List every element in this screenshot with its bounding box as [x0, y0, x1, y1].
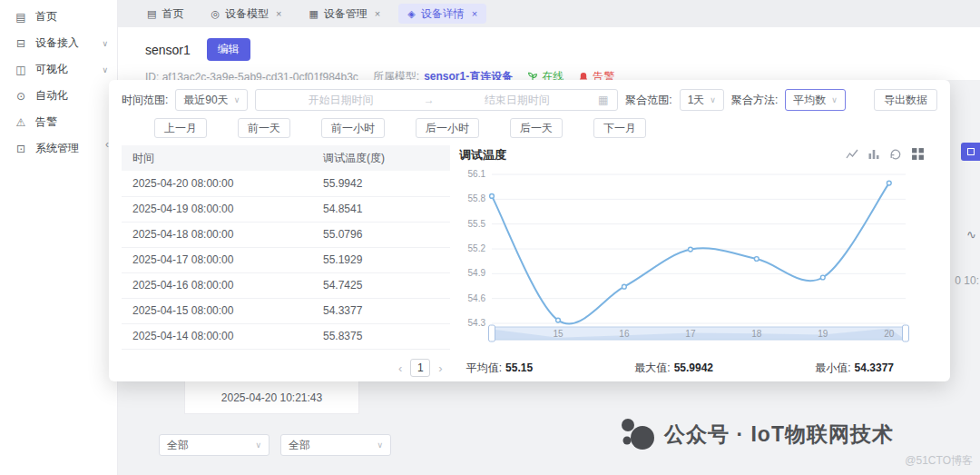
sidebar-item-label: 首页 — [35, 9, 57, 25]
more-options-icon[interactable] — [911, 147, 925, 161]
agg-range-select[interactable]: 1天 ∨ — [680, 89, 724, 111]
svg-text:54.3: 54.3 — [468, 318, 486, 328]
end-date-placeholder: 结束日期时间 — [442, 93, 593, 108]
close-icon[interactable]: × — [375, 8, 380, 19]
tab-device-detail[interactable]: ◈ 设备详情 × — [398, 4, 486, 24]
start-date-placeholder: 开始日期时间 — [265, 93, 416, 108]
svg-text:18: 18 — [751, 329, 762, 339]
svg-text:56.1: 56.1 — [468, 169, 486, 179]
table-row: 2025-04-19 08:00:0054.8541 — [122, 196, 450, 222]
alarm-icon: ⚠ — [15, 116, 27, 129]
watermark-credit: @51CTO博客 — [905, 453, 973, 469]
export-data-button[interactable]: 导出数据 — [874, 89, 937, 111]
next-month-button[interactable]: 下一月 — [593, 118, 646, 138]
background-timestamp-cell: 2025-04-20 10:21:43 — [184, 381, 359, 414]
tab-label: 设备详情 — [421, 6, 465, 22]
sidebar-item-visualization[interactable]: ◫ 可视化 ∨ — [0, 56, 117, 83]
device-name: sensor1 — [145, 43, 191, 57]
tab-device-model[interactable]: ◎ 设备模型 × — [201, 4, 290, 24]
agg-method-select[interactable]: 平均数 ∨ — [785, 89, 846, 111]
calendar-icon: ▦ — [598, 94, 608, 106]
chart-type-line-icon[interactable] — [846, 148, 858, 161]
table-row: 2025-04-15 08:00:0054.3377 — [122, 298, 450, 323]
time-range-select[interactable]: 最近90天 ∨ — [175, 89, 248, 111]
range-arrow-icon: → — [416, 94, 442, 106]
tab-label: 设备模型 — [225, 6, 269, 22]
chart-toolbar — [846, 147, 925, 161]
screen: ▤ 首页 ⊟ 设备接入 ∨ ◫ 可视化 ∨ ⊙ 自动化 ⚠ 告警 ⊡ 系统管理 … — [0, 0, 980, 475]
sidebar-item-label: 自动化 — [35, 88, 68, 104]
pagination: ‹ 1 › — [398, 359, 443, 377]
tab-home-icon: ▤ — [147, 8, 156, 20]
page-number[interactable]: 1 — [410, 359, 430, 377]
close-icon[interactable]: × — [472, 8, 477, 19]
tab-bar: ▤ 首页 ◎ 设备模型 × ▦ 设备管理 × ◈ 设备详情 × — [118, 0, 980, 27]
chevron-down-icon: ∨ — [831, 95, 838, 104]
svg-text:17: 17 — [685, 329, 696, 339]
prev-day-button[interactable]: 前一天 — [238, 118, 290, 138]
chevron-down-icon: ∨ — [377, 440, 383, 450]
temperature-chart[interactable]: 56.155.855.555.254.954.654.3151617181920 — [459, 167, 937, 353]
automation-icon: ⊙ — [15, 90, 27, 103]
watermark-logo-icon — [619, 416, 655, 452]
wave-icon: ∿ — [966, 228, 976, 242]
page-prev-icon[interactable]: ‹ — [398, 361, 402, 375]
tab-home[interactable]: ▤ 首页 — [138, 4, 192, 24]
col-temperature: 调试温度(度) — [312, 145, 450, 171]
filter-select-all-2[interactable]: 全部 ∨ — [280, 434, 391, 456]
sidebar-item-label: 可视化 — [35, 62, 68, 77]
restore-icon[interactable] — [889, 148, 902, 161]
home-icon: ▤ — [15, 11, 27, 24]
chevron-down-icon: ∨ — [102, 39, 108, 48]
filter-select-all-1[interactable]: 全部 ∨ — [159, 434, 270, 456]
sidebar: ▤ 首页 ⊟ 设备接入 ∨ ◫ 可视化 ∨ ⊙ 自动化 ⚠ 告警 ⊡ 系统管理 — [0, 0, 118, 475]
clipped-timestamp-fragment: 0 10: — [955, 274, 979, 287]
sidebar-item-device-access[interactable]: ⊟ 设备接入 ∨ — [0, 30, 117, 56]
chevron-down-icon: ∨ — [255, 440, 261, 450]
table-row: 2025-04-18 08:00:0055.0796 — [122, 222, 450, 247]
edit-button[interactable]: 编辑 — [207, 38, 250, 61]
watermark: 公众号 · IoT物联网技术 — [619, 416, 894, 452]
tab-manage-icon: ▦ — [309, 8, 318, 20]
prev-hour-button[interactable]: 前一小时 — [321, 118, 385, 138]
svg-text:55.8: 55.8 — [468, 193, 486, 203]
col-time: 时间 — [122, 145, 312, 171]
agg-method-label: 聚合方法: — [731, 93, 778, 108]
sidebar-item-label: 设备接入 — [35, 35, 79, 51]
prev-month-button[interactable]: 上一月 — [154, 118, 207, 138]
svg-text:19: 19 — [818, 329, 828, 339]
sidebar-item-system[interactable]: ⊡ 系统管理 — [0, 135, 117, 162]
stats-row: 平均值:55.15 最大值:55.9942 最小值:54.3377 — [443, 361, 937, 376]
chevron-down-icon: ∨ — [234, 95, 240, 104]
device-access-icon: ⊟ — [15, 37, 27, 50]
tab-device-manage[interactable]: ▦ 设备管理 × — [299, 4, 389, 24]
tab-label: 首页 — [162, 6, 183, 22]
next-hour-button[interactable]: 后一小时 — [416, 118, 479, 138]
table-row: 2025-04-20 08:00:0055.9942 — [122, 171, 450, 196]
system-icon: ⊡ — [15, 143, 27, 155]
close-icon[interactable]: × — [276, 8, 281, 19]
chart-type-bar-icon[interactable] — [867, 148, 880, 161]
history-table: 时间 调试温度(度) 2025-04-20 08:00:0055.9942 20… — [122, 145, 450, 353]
table-row: 2025-04-14 08:00:0055.8375 — [122, 323, 450, 349]
table-row: 2025-04-16 08:00:0054.7425 — [122, 272, 450, 298]
next-day-button[interactable]: 后一天 — [510, 118, 563, 138]
watermark-text: 公众号 · IoT物联网技术 — [664, 421, 894, 449]
chevron-down-icon: ∨ — [102, 65, 108, 74]
tab-label: 设备管理 — [324, 6, 368, 22]
sidebar-item-home[interactable]: ▤ 首页 — [0, 4, 117, 30]
clipped-primary-button[interactable] — [961, 143, 980, 161]
device-detail-header: sensor1 编辑 ID: af13ac2c-3a9e-5ab9-cd31-0… — [118, 27, 980, 80]
chart-panel: 调试温度 56.155.855.555.254.954.654.31516171… — [459, 145, 937, 353]
date-range-picker[interactable]: 开始日期时间 → 结束日期时间 ▦ — [255, 89, 618, 111]
svg-text:55.5: 55.5 — [468, 219, 486, 229]
sidebar-collapse-icon[interactable]: ‹ — [105, 138, 109, 151]
stat-max: 最大值:55.9942 — [634, 361, 713, 376]
chevron-down-icon: ∨ — [710, 95, 716, 104]
table-header-row: 时间 调试温度(度) — [122, 145, 450, 171]
time-nav-row: 上一月 前一天 前一小时 后一小时 后一天 下一月 — [154, 118, 937, 138]
sidebar-item-alarm[interactable]: ⚠ 告警 — [0, 109, 117, 135]
svg-text:55.2: 55.2 — [468, 243, 486, 253]
sidebar-item-automation[interactable]: ⊙ 自动化 — [0, 83, 117, 109]
tab-detail-icon: ◈ — [407, 8, 415, 20]
